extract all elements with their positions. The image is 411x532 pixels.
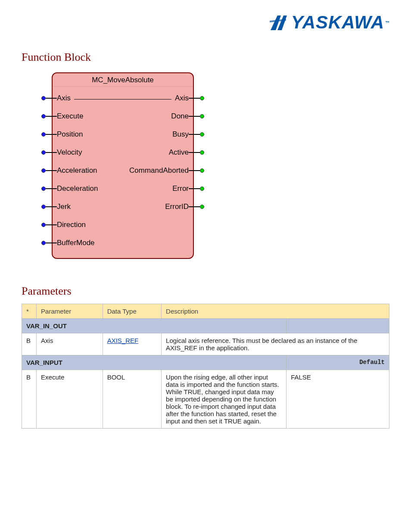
pin-in-icon: [41, 168, 46, 173]
parameters-heading: Parameters: [22, 285, 389, 298]
cell-param: Axis: [37, 333, 103, 355]
cell-flag: B: [22, 333, 37, 355]
fb-output-label: Done: [171, 112, 189, 121]
cell-param: Execute: [37, 370, 103, 429]
pin-out-icon: [200, 168, 204, 173]
table-row: B Axis AXIS_REF Logical axis reference. …: [22, 333, 389, 355]
pin-in-icon: [41, 132, 46, 137]
wire-icon: [189, 98, 200, 99]
cell-desc: Logical axis reference. This must be dec…: [162, 333, 389, 355]
wire-icon: [46, 134, 57, 135]
wire-icon: [189, 206, 200, 207]
cell-default: FALSE: [286, 370, 389, 429]
fb-input-label: Axis: [57, 94, 71, 103]
fb-input-label: Jerk: [57, 202, 71, 211]
fb-title: MC_MoveAbsolute: [53, 73, 193, 87]
table-header: *: [22, 304, 37, 319]
fb-row: Jerk ErrorID: [57, 198, 189, 216]
table-section-row: VAR_IN_OUT: [22, 319, 389, 333]
table-header: Parameter: [37, 304, 103, 319]
function-block-diagram: MC_MoveAbsolute Axis Axis Execute Done: [52, 72, 194, 259]
section-right: Default: [286, 355, 389, 370]
wire-icon: [189, 116, 200, 117]
fb-input-label: Position: [57, 130, 83, 139]
pin-out-icon: [200, 96, 204, 100]
wire-icon: [46, 243, 57, 243]
fb-output-label: Axis: [175, 94, 189, 103]
pin-in-icon: [41, 241, 46, 245]
wire-icon: [46, 170, 57, 171]
fb-output-label: ErrorID: [165, 202, 189, 211]
fb-input-label: Velocity: [57, 148, 82, 157]
cell-flag: B: [22, 370, 37, 429]
fb-row: Execute Done: [57, 107, 189, 125]
fb-row: Acceleration CommandAborted: [57, 162, 189, 180]
wire-icon: [46, 188, 57, 189]
pin-in-icon: [41, 187, 46, 191]
pin-out-icon: [200, 150, 204, 155]
table-header: Description: [162, 304, 389, 319]
type-link[interactable]: AXIS_REF: [107, 337, 139, 344]
fb-row: Velocity Active: [57, 143, 189, 162]
logo-text: YASKAWA: [291, 13, 384, 31]
fb-input-label: Direction: [57, 221, 86, 229]
pin-out-icon: [200, 132, 204, 137]
fb-row: Position Busy: [57, 125, 189, 143]
pin-out-icon: [200, 114, 204, 118]
table-header-row: * Parameter Data Type Description: [22, 304, 389, 319]
function-block-heading: Function Block: [22, 51, 389, 64]
wire-icon: [46, 116, 57, 117]
logo-tm: ™: [385, 20, 389, 25]
cell-type: BOOL: [103, 370, 161, 429]
section-title: VAR_IN_OUT: [22, 319, 286, 333]
cell-type: AXIS_REF: [103, 333, 161, 355]
fb-input-label: Deceleration: [57, 184, 98, 193]
pin-in-icon: [41, 223, 46, 227]
table-section-row: VAR_INPUT Default: [22, 355, 389, 370]
fb-output-label: Error: [172, 184, 189, 193]
fb-input-label: Execute: [57, 112, 83, 121]
table-header: Data Type: [103, 304, 161, 319]
logo: YASKAWA ™: [22, 13, 389, 34]
fb-row: BufferMode: [57, 234, 189, 252]
parameters-table: * Parameter Data Type Description VAR_IN…: [22, 304, 389, 429]
pin-in-icon: [41, 96, 46, 100]
pin-in-icon: [41, 114, 46, 118]
wire-icon: [189, 188, 200, 189]
fb-output-label: Active: [169, 148, 189, 157]
fb-row-axis: Axis Axis: [57, 89, 189, 107]
logo-mark-icon: [269, 13, 288, 32]
fb-input-label: Acceleration: [57, 166, 97, 175]
section-title: VAR_INPUT: [22, 355, 286, 370]
pin-in-icon: [41, 150, 46, 155]
fb-row: Deceleration Error: [57, 180, 189, 198]
wire-icon: [189, 134, 200, 135]
pin-out-icon: [200, 205, 204, 209]
table-row: B Execute BOOL Upon the rising edge, all…: [22, 370, 389, 429]
axis-passthrough-line: [74, 99, 171, 100]
pin-in-icon: [41, 205, 46, 209]
wire-icon: [46, 224, 57, 225]
pin-out-icon: [200, 187, 204, 191]
wire-icon: [189, 152, 200, 153]
fb-input-label: BufferMode: [57, 239, 95, 247]
wire-icon: [189, 170, 200, 171]
fb-output-label: CommandAborted: [129, 166, 189, 175]
wire-icon: [46, 206, 57, 207]
fb-output-label: Busy: [172, 130, 189, 139]
wire-icon: [46, 98, 57, 99]
fb-row: Direction: [57, 216, 189, 234]
cell-desc: Upon the rising edge, all other input da…: [162, 370, 286, 429]
section-right: [286, 319, 389, 333]
wire-icon: [46, 152, 57, 153]
